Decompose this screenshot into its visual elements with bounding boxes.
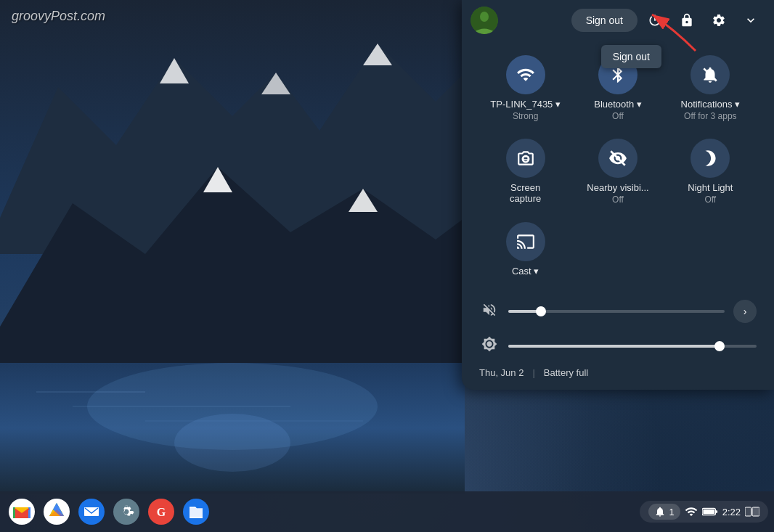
taskbar-grammarly[interactable]: G bbox=[145, 496, 177, 528]
notifications-tile[interactable]: Notifications ▾ Off for 3 apps bbox=[664, 46, 757, 130]
brightness-icon bbox=[479, 336, 500, 356]
mountain-svg bbox=[0, 0, 465, 494]
taskbar-settings[interactable] bbox=[110, 496, 142, 528]
power-button[interactable] bbox=[640, 6, 669, 35]
volume-thumb bbox=[536, 306, 546, 316]
notifications-label: Notifications ▾ bbox=[681, 99, 740, 110]
notification-icon bbox=[654, 506, 666, 517]
svg-point-15 bbox=[480, 12, 489, 22]
bluetooth-sublabel: Off bbox=[612, 111, 624, 121]
system-tray[interactable]: 1 2:22 bbox=[640, 501, 768, 523]
volume-slider-row: › bbox=[479, 300, 757, 323]
night-light-label: Night Light bbox=[688, 182, 733, 193]
taskbar-messages[interactable] bbox=[76, 496, 107, 528]
nearby-label: Nearby visibi... bbox=[587, 182, 648, 193]
sign-out-tooltip: Sign out bbox=[601, 45, 661, 68]
taskbar-gmail[interactable] bbox=[6, 496, 38, 528]
wifi-label: TP-LINK_7435 ▾ bbox=[490, 99, 561, 110]
svg-rect-18 bbox=[523, 157, 528, 160]
notifications-icon-wrap bbox=[691, 55, 730, 94]
status-divider: | bbox=[532, 367, 534, 378]
watermark: groovyPost.com bbox=[12, 9, 105, 24]
cast-label: Cast ▾ bbox=[512, 266, 539, 277]
taskbar-battery-icon bbox=[702, 506, 718, 517]
expand-button[interactable] bbox=[736, 6, 765, 35]
avatar-image bbox=[470, 7, 498, 34]
notification-badge: 1 bbox=[648, 504, 680, 520]
night-light-tile[interactable]: Night Light Off bbox=[664, 130, 757, 213]
svg-rect-31 bbox=[703, 510, 714, 514]
svg-rect-30 bbox=[715, 510, 717, 513]
screen-capture-tile[interactable]: Screencapture bbox=[479, 130, 571, 213]
taskbar-drive[interactable] bbox=[41, 496, 73, 528]
svg-text:G: G bbox=[157, 506, 166, 518]
panel-topbar: Sign out bbox=[462, 0, 774, 41]
nearby-tile[interactable]: Nearby visibi... Off bbox=[571, 130, 664, 213]
sliders-area: › bbox=[462, 285, 774, 356]
taskbar-files[interactable] bbox=[180, 496, 212, 528]
screen-capture-icon-wrap bbox=[506, 139, 545, 178]
settings-button[interactable] bbox=[704, 6, 733, 35]
time-display: 2:22 bbox=[722, 507, 741, 517]
screen-toggle-icon bbox=[745, 506, 759, 517]
wifi-icon-wrap bbox=[506, 55, 545, 94]
quick-tiles-grid: TP-LINK_7435 ▾ Strong Bluetooth ▾ Off No… bbox=[462, 41, 774, 285]
volume-track[interactable] bbox=[508, 310, 725, 313]
notifications-sublabel: Off for 3 apps bbox=[684, 111, 737, 121]
wifi-tile[interactable]: TP-LINK_7435 ▾ Strong bbox=[479, 46, 571, 130]
night-light-icon-wrap bbox=[691, 139, 730, 178]
screen-capture-label: Screencapture bbox=[510, 182, 541, 204]
notification-count: 1 bbox=[669, 507, 674, 517]
cast-tile[interactable]: Cast ▾ bbox=[479, 213, 571, 285]
nearby-sublabel: Off bbox=[612, 195, 624, 205]
cast-icon-wrap bbox=[506, 222, 545, 261]
svg-point-13 bbox=[174, 414, 290, 472]
status-row: Thu, Jun 2 | Battery full bbox=[462, 356, 774, 378]
svg-rect-33 bbox=[752, 507, 759, 516]
battery-text: Battery full bbox=[544, 367, 588, 378]
lock-button[interactable] bbox=[672, 6, 701, 35]
nearby-icon-wrap bbox=[598, 139, 637, 178]
taskbar: G 1 bbox=[0, 491, 774, 532]
brightness-fill bbox=[508, 345, 720, 348]
brightness-slider-row bbox=[479, 336, 757, 356]
svg-rect-32 bbox=[745, 507, 751, 516]
taskbar-apps: G bbox=[6, 496, 212, 528]
avatar-button[interactable] bbox=[470, 7, 498, 34]
volume-chevron[interactable]: › bbox=[733, 300, 757, 323]
bluetooth-label: Bluetooth ▾ bbox=[594, 99, 642, 110]
taskbar-wifi-icon bbox=[685, 505, 698, 518]
svg-point-25 bbox=[113, 499, 139, 525]
volume-icon bbox=[479, 302, 500, 322]
quick-settings-panel: Sign out Sign out bbox=[462, 0, 774, 390]
date-text: Thu, Jun 2 bbox=[479, 367, 524, 378]
night-light-sublabel: Off bbox=[704, 195, 716, 205]
brightness-thumb bbox=[714, 341, 725, 351]
sign-out-button[interactable]: Sign out bbox=[571, 9, 637, 32]
brightness-track[interactable] bbox=[508, 345, 757, 348]
wifi-sublabel: Strong bbox=[513, 111, 538, 121]
